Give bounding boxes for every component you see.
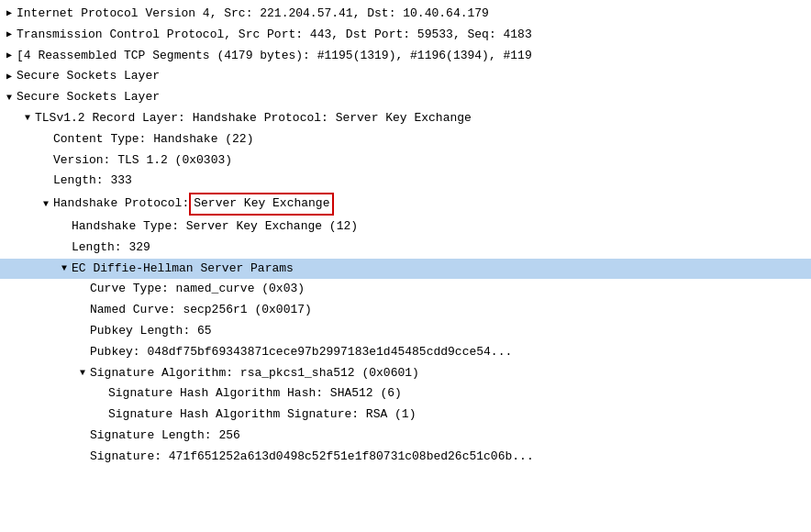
line-tcp[interactable]: ▶Transmission Control Protocol, Src Port… bbox=[0, 25, 811, 46]
line-length-329: Length: 329 bbox=[0, 238, 811, 259]
line-text: Length: 329 bbox=[72, 238, 150, 258]
line-sig-algo[interactable]: ▼Signature Algorithm: rsa_pkcs1_sha512 (… bbox=[0, 363, 811, 384]
line-tls-record[interactable]: ▼TLSv1.2 Record Layer: Handshake Protoco… bbox=[0, 108, 811, 129]
line-ip[interactable]: ▶Internet Protocol Version 4, Src: 221.2… bbox=[0, 4, 811, 25]
collapse-icon[interactable]: ▼ bbox=[4, 91, 15, 105]
line-named-curve: Named Curve: secp256r1 (0x0017) bbox=[0, 300, 811, 321]
collapse-icon[interactable]: ▶ bbox=[4, 49, 15, 63]
line-curve-type: Curve Type: named_curve (0x03) bbox=[0, 279, 811, 300]
line-text: Signature Hash Algorithm Signature: RSA … bbox=[108, 405, 416, 425]
line-sig-length: Signature Length: 256 bbox=[0, 426, 811, 447]
line-handshake-protocol[interactable]: ▼Handshake Protocol: Server Key Exchange bbox=[0, 192, 811, 216]
line-text: Secure Sockets Layer bbox=[17, 88, 160, 107]
line-handshake-type: Handshake Type: Server Key Exchange (12) bbox=[0, 216, 811, 238]
line-text: Secure Sockets Layer bbox=[17, 67, 160, 86]
collapse-icon[interactable]: ▼ bbox=[40, 197, 51, 212]
line-text: EC Diffie-Hellman Server Params bbox=[72, 260, 294, 279]
line-text: Version: TLS 1.2 (0x0303) bbox=[53, 151, 232, 171]
server-key-exchange-label: Server Key Exchange bbox=[189, 193, 334, 216]
line-sig-hash-hash: Signature Hash Algorithm Hash: SHA512 (6… bbox=[0, 383, 811, 405]
line-signature: Signature: 471f651252a613d0498c52f51e1f8… bbox=[0, 447, 811, 468]
line-pubkey: Pubkey: 048df75bf69343871cece97b2997183e… bbox=[0, 342, 811, 363]
line-text: Content Type: Handshake (22) bbox=[53, 130, 253, 150]
line-reassembled[interactable]: ▶[4 Reassembled TCP Segments (4179 bytes… bbox=[0, 46, 811, 67]
line-text: Pubkey Length: 65 bbox=[90, 322, 212, 341]
line-text: [4 Reassembled TCP Segments (4179 bytes)… bbox=[17, 47, 532, 66]
line-text: Length: 333 bbox=[53, 172, 132, 191]
collapse-icon[interactable]: ▶ bbox=[4, 6, 15, 21]
collapse-icon[interactable]: ▼ bbox=[22, 111, 33, 126]
line-content-type: Content Type: Handshake (22) bbox=[0, 129, 811, 150]
collapse-icon[interactable]: ▶ bbox=[4, 28, 15, 42]
line-text: Named Curve: secp256r1 (0x0017) bbox=[90, 301, 312, 320]
line-text: Transmission Control Protocol, Src Port:… bbox=[17, 26, 532, 45]
line-text: Pubkey: 048df75bf69343871cece97b2997183e… bbox=[90, 343, 512, 362]
collapse-icon[interactable]: ▼ bbox=[77, 366, 88, 381]
line-pubkey-length: Pubkey Length: 65 bbox=[0, 321, 811, 342]
line-text: TLSv1.2 Record Layer: Handshake Protocol… bbox=[35, 109, 472, 128]
line-text: Signature Length: 256 bbox=[90, 427, 240, 446]
line-version: Version: TLS 1.2 (0x0303) bbox=[0, 150, 811, 172]
line-ssl1[interactable]: ▶Secure Sockets Layer bbox=[0, 66, 811, 87]
line-text: Handshake Type: Server Key Exchange (12) bbox=[72, 217, 358, 237]
line-length-333: Length: 333 bbox=[0, 171, 811, 192]
line-text-prefix: Handshake Protocol: bbox=[53, 194, 189, 214]
line-ssl2[interactable]: ▼Secure Sockets Layer bbox=[0, 87, 811, 108]
line-text: Signature Hash Algorithm Hash: SHA512 (6… bbox=[108, 384, 402, 404]
line-ec-dh[interactable]: ▼EC Diffie-Hellman Server Params bbox=[0, 259, 811, 280]
packet-tree: ▶Internet Protocol Version 4, Src: 221.2… bbox=[0, 0, 811, 471]
line-sig-hash-sig: Signature Hash Algorithm Signature: RSA … bbox=[0, 405, 811, 426]
line-text: Internet Protocol Version 4, Src: 221.20… bbox=[17, 5, 489, 24]
line-text: Curve Type: named_curve (0x03) bbox=[90, 280, 305, 299]
collapse-icon[interactable]: ▶ bbox=[4, 70, 15, 84]
line-text: Signature Algorithm: rsa_pkcs1_sha512 (0… bbox=[90, 364, 419, 383]
collapse-icon[interactable]: ▼ bbox=[59, 261, 70, 276]
line-text: Signature: 471f651252a613d0498c52f51e1f8… bbox=[90, 448, 534, 467]
